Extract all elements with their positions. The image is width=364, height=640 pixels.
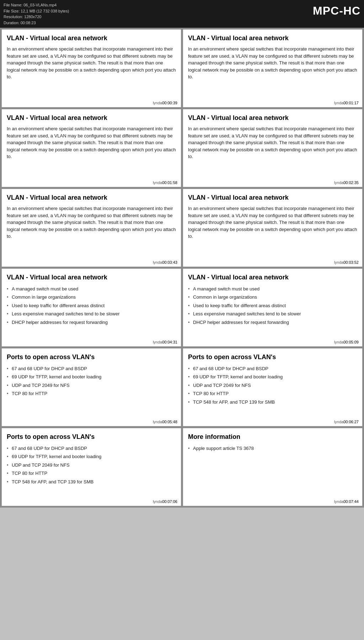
card-body: In an environment where special switches… — [188, 46, 357, 80]
list-item: DHCP helper addresses for request forwar… — [7, 318, 176, 326]
list-item: 69 UDP for TFTP, kernel and booter loadi… — [7, 373, 176, 381]
header-info: File Name: 06_03-VLANs.mp4 File Size: 12… — [4, 2, 69, 26]
card-title: VLAN - Virtual local area network — [7, 35, 176, 42]
list-item: TCP 80 for HTTP — [7, 389, 176, 398]
card-body: In an environment where special switches… — [7, 125, 176, 160]
timestamp: lynda00:00:39 — [153, 101, 177, 105]
mpc-logo: MPC-HC — [313, 2, 360, 19]
card-2: VLAN - Virtual local area networkIn an e… — [183, 29, 363, 107]
card-8: VLAN - Virtual local area networkA manag… — [183, 268, 363, 347]
timestamp: lynda00:03:43 — [153, 260, 177, 264]
filesize: 12,1 MB (12 732 038 bytes) — [21, 9, 69, 13]
filename: 06_03-VLANs.mp4 — [23, 3, 57, 7]
list-item: TCP 548 for AFP, and TCP 139 for SMB — [7, 478, 176, 486]
timestamp-time: 00:06:27 — [343, 420, 359, 424]
list-item: Less expensive managed switches tend to … — [188, 310, 357, 318]
bullet-list: 67 and 68 UDP for DHCP and BSDP69 UDP fo… — [7, 364, 176, 398]
list-item: A managed switch must be used — [7, 285, 176, 293]
timestamp-time: 00:05:48 — [162, 420, 177, 424]
lynda-brand: lynda — [334, 499, 343, 504]
card-title: More information — [188, 433, 357, 441]
card-title: Ports to open across VLAN's — [7, 433, 176, 441]
grid-container: VLAN - Virtual local area networkIn an e… — [0, 28, 364, 508]
lynda-brand: lynda — [153, 101, 162, 105]
timestamp: lynda00:07:44 — [334, 499, 359, 504]
card-title: VLAN - Virtual local area network — [188, 114, 357, 122]
card-title: Ports to open across VLAN's — [188, 353, 357, 361]
card-body: In an environment where special switches… — [188, 205, 357, 240]
card-7: VLAN - Virtual local area networkA manag… — [1, 268, 181, 347]
timestamp: lynda00:05:09 — [334, 340, 359, 344]
card-12: More informationApple support article TS… — [183, 428, 363, 506]
card-body: In an environment where special switches… — [7, 46, 176, 80]
card-body: In an environment where special switches… — [188, 125, 357, 160]
list-item: 69 UDP for TFTP, kernel and booter loadi… — [188, 373, 357, 381]
timestamp: lynda00:02:35 — [334, 180, 359, 185]
card-title: VLAN - Virtual local area network — [7, 114, 176, 122]
lynda-brand: lynda — [334, 260, 343, 264]
duration: 00:08:23 — [21, 21, 36, 25]
card-title: VLAN - Virtual local area network — [188, 194, 357, 201]
list-item: Used to keep traffic for different areas… — [7, 301, 176, 310]
timestamp-time: 00:02:35 — [343, 180, 359, 185]
card-10: Ports to open across VLAN's67 and 68 UDP… — [183, 348, 363, 426]
card-title: VLAN - Virtual local area network — [188, 35, 357, 42]
card-6: VLAN - Virtual local area networkIn an e… — [183, 189, 363, 267]
bullet-list: A managed switch must be usedCommon in l… — [188, 285, 357, 326]
lynda-brand: lynda — [153, 260, 162, 264]
timestamp-time: 00:03:43 — [162, 260, 177, 264]
card-5: VLAN - Virtual local area networkIn an e… — [1, 189, 181, 267]
timestamp-time: 00:01:17 — [343, 101, 359, 105]
card-1: VLAN - Virtual local area networkIn an e… — [1, 29, 181, 107]
bullet-list: 67 and 68 UDP for DHCP and BSDP69 UDP fo… — [7, 444, 176, 486]
lynda-brand: lynda — [334, 180, 343, 185]
timestamp: lynda00:06:27 — [334, 420, 359, 424]
timestamp: lynda00:05:48 — [153, 420, 177, 424]
timestamp-time: 00:01:58 — [162, 180, 177, 185]
list-item: Common in large organizations — [188, 293, 357, 301]
card-11: Ports to open across VLAN's67 and 68 UDP… — [1, 428, 181, 506]
timestamp: lynda00:01:58 — [153, 180, 177, 185]
filesize-line: File Size: 12,1 MB (12 732 038 bytes) — [4, 8, 69, 14]
lynda-brand: lynda — [334, 420, 343, 424]
list-item: 67 and 68 UDP for DHCP and BSDP — [7, 364, 176, 373]
list-item: TCP 548 for AFP, and TCP 139 for SMB — [188, 398, 357, 406]
duration-line: Duration: 00:08:23 — [4, 20, 69, 26]
card-title: VLAN - Virtual local area network — [7, 194, 176, 201]
lynda-brand: lynda — [153, 499, 162, 504]
lynda-brand: lynda — [153, 340, 162, 344]
lynda-brand: lynda — [153, 180, 162, 185]
list-item: Common in large organizations — [7, 293, 176, 301]
list-item: 67 and 68 UDP for DHCP and BSDP — [188, 364, 357, 373]
timestamp-time: 00:03:52 — [343, 260, 359, 264]
card-4: VLAN - Virtual local area networkIn an e… — [183, 109, 363, 187]
bullet-list: A managed switch must be usedCommon in l… — [7, 285, 176, 326]
timestamp-time: 00:00:39 — [162, 101, 177, 105]
card-title: VLAN - Virtual local area network — [7, 274, 176, 281]
bullet-list: Apple support article TS 3678 — [188, 444, 357, 452]
list-item: DHCP helper addresses for request forwar… — [188, 318, 357, 326]
header-bar: File Name: 06_03-VLANs.mp4 File Size: 12… — [0, 0, 364, 28]
timestamp: lynda00:03:52 — [334, 260, 359, 264]
lynda-brand: lynda — [334, 340, 343, 344]
list-item: A managed switch must be used — [188, 285, 357, 293]
list-item: UDP and TCP 2049 for NFS — [7, 381, 176, 389]
list-item: Used to keep traffic for different areas… — [188, 301, 357, 310]
timestamp-time: 00:07:06 — [162, 499, 177, 504]
list-item: UDP and TCP 2049 for NFS — [188, 381, 357, 389]
resolution-line: Resolution: 1280x720 — [4, 14, 69, 20]
card-body: In an environment where special switches… — [7, 205, 176, 240]
lynda-brand: lynda — [153, 420, 162, 424]
list-item: TCP 80 for HTTP — [7, 469, 176, 477]
list-item: UDP and TCP 2049 for NFS — [7, 461, 176, 469]
card-3: VLAN - Virtual local area networkIn an e… — [1, 109, 181, 187]
list-item: TCP 80 for HTTP — [188, 389, 357, 398]
timestamp-time: 00:07:44 — [343, 499, 359, 504]
list-item: Apple support article TS 3678 — [188, 444, 357, 452]
timestamp-time: 00:04:31 — [162, 340, 177, 344]
card-title: Ports to open across VLAN's — [7, 353, 176, 361]
list-item: 67 and 68 UDP for DHCP and BSDP — [7, 444, 176, 452]
resolution: 1280x720 — [24, 15, 41, 19]
card-title: VLAN - Virtual local area network — [188, 274, 357, 281]
timestamp: lynda00:04:31 — [153, 340, 177, 344]
